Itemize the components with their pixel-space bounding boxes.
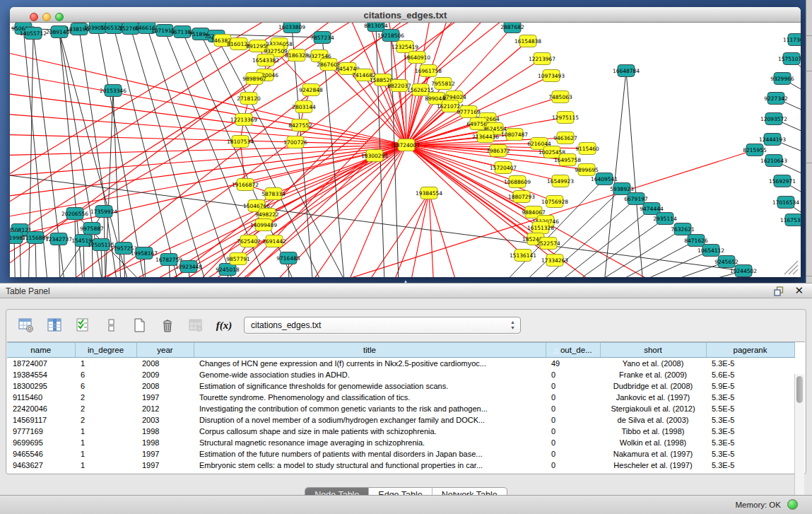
network-node[interactable]: 9857791 bbox=[226, 253, 250, 265]
table-cell[interactable]: 1998 bbox=[136, 426, 194, 437]
network-node[interactable]: 7632621 bbox=[671, 223, 695, 235]
table-cell[interactable]: Investigating the contribution of common… bbox=[194, 403, 546, 414]
table-cell[interactable]: 1 bbox=[75, 437, 136, 448]
table-cell[interactable]: Estimation of the future numbers of pati… bbox=[194, 448, 546, 460]
table-cell[interactable]: 2008 bbox=[136, 380, 194, 392]
table-cell[interactable]: 0 bbox=[546, 403, 600, 414]
table-row[interactable]: 2242004622012Investigating the contribut… bbox=[7, 403, 794, 414]
table-cell[interactable]: 5.3E-5 bbox=[706, 426, 794, 437]
table-cell[interactable]: 1 bbox=[75, 460, 136, 471]
network-node[interactable]: 9329966 bbox=[770, 73, 794, 85]
network-node[interactable]: 1691442 bbox=[262, 235, 286, 247]
network-node[interactable]: 9227342 bbox=[764, 93, 788, 105]
table-cell[interactable]: 1997 bbox=[136, 460, 194, 471]
table-cell[interactable]: Jankovic et al. (1997) bbox=[600, 392, 706, 403]
delete-table-icon[interactable] bbox=[159, 317, 176, 334]
table-cell[interactable]: Franke et al. (2009) bbox=[600, 369, 706, 380]
select-rows-icon[interactable] bbox=[74, 317, 91, 334]
table-cell[interactable]: 5.3E-5 bbox=[706, 460, 794, 471]
table-cell[interactable]: 5.3E-5 bbox=[706, 392, 794, 403]
table-cell[interactable]: 5.3E-5 bbox=[706, 414, 794, 426]
network-node[interactable]: 9898967 bbox=[242, 73, 266, 85]
table-cell[interactable]: 6 bbox=[75, 369, 136, 380]
float-panel-icon[interactable] bbox=[774, 286, 784, 296]
network-node[interactable]: 7955812 bbox=[431, 78, 455, 90]
network-node[interactable]: 5878334 bbox=[261, 188, 286, 200]
table-row[interactable]: 1830029562008Estimation of significance … bbox=[7, 380, 794, 392]
table-cell[interactable]: Estimation of significance thresholds fo… bbox=[194, 380, 546, 392]
network-node[interactable]: 9899695 bbox=[575, 164, 599, 176]
table-cell[interactable]: 0 bbox=[546, 426, 600, 437]
column-header-in_degree[interactable]: in_degree bbox=[75, 343, 136, 358]
table-cell[interactable]: 2 bbox=[75, 414, 136, 426]
network-node[interactable]: 9245018 bbox=[216, 264, 240, 276]
table-row[interactable]: 1456911722003Disruption of a novel membe… bbox=[7, 414, 794, 426]
network-node[interactable]: 9245652 bbox=[714, 256, 739, 268]
column-header-out_de[interactable]: △out_de... bbox=[546, 343, 600, 358]
network-node[interactable]: 9242848 bbox=[299, 84, 323, 96]
column-header-year[interactable]: year bbox=[136, 343, 194, 358]
table-cell[interactable]: Structural magnetic resonance image aver… bbox=[194, 437, 546, 448]
table-cell[interactable]: Yano et al. (2008) bbox=[600, 358, 706, 369]
table-row[interactable]: 946554611997Estimation of the future num… bbox=[7, 448, 794, 460]
table-cell[interactable]: 18300295 bbox=[7, 380, 75, 392]
table-cell[interactable]: 1 bbox=[75, 448, 136, 460]
column-header-title[interactable]: title bbox=[194, 343, 546, 358]
network-node[interactable]: 2935114 bbox=[653, 213, 677, 225]
table-cell[interactable]: 2 bbox=[75, 392, 136, 403]
table-cell[interactable]: 0 bbox=[546, 460, 600, 471]
table-cell[interactable]: 1997 bbox=[136, 392, 194, 403]
table-cell[interactable]: Wolkin et al. (1998) bbox=[600, 437, 706, 448]
network-node[interactable]: 1700726 bbox=[283, 136, 307, 148]
network-node[interactable]: 8215955 bbox=[743, 144, 767, 156]
table-cell[interactable]: 49 bbox=[546, 358, 600, 369]
table-cell[interactable]: Dudbridge et al. (2008) bbox=[600, 380, 706, 392]
table-cell[interactable]: 9463627 bbox=[7, 460, 75, 471]
table-scrollbar[interactable] bbox=[794, 374, 804, 505]
table-row[interactable]: 946362711997Embryonic stem cells: a mode… bbox=[7, 460, 794, 471]
scrollbar-thumb[interactable] bbox=[796, 376, 803, 403]
table-cell[interactable]: Hescheler et al. (1997) bbox=[600, 460, 706, 471]
new-table-icon[interactable] bbox=[131, 317, 148, 334]
network-node[interactable]: 8186328 bbox=[285, 49, 309, 62]
network-node[interactable]: 2803144 bbox=[292, 101, 316, 113]
column-header-short[interactable]: short bbox=[600, 343, 706, 358]
table-cell[interactable]: 0 bbox=[546, 414, 600, 426]
table-cell[interactable]: Disruption of a novel member of a sodium… bbox=[194, 414, 546, 426]
table-cell[interactable]: 9777169 bbox=[7, 426, 75, 437]
table-cell[interactable]: 5.3E-5 bbox=[706, 358, 794, 369]
table-cell[interactable]: 5.3E-5 bbox=[706, 437, 794, 448]
table-cell[interactable]: 19384554 bbox=[7, 369, 75, 380]
table-settings-icon[interactable] bbox=[18, 317, 35, 334]
network-node[interactable]: 2718120 bbox=[237, 93, 261, 105]
network-node[interactable]: 8822037 bbox=[387, 80, 411, 92]
table-cell[interactable]: 6 bbox=[75, 380, 136, 392]
table-cell[interactable]: Corpus callosum shape and size in male p… bbox=[194, 426, 546, 437]
network-node[interactable]: 9463627 bbox=[553, 132, 577, 144]
table-cell[interactable]: 1 bbox=[75, 358, 136, 369]
table-row[interactable]: 977716911998Corpus callosum shape and si… bbox=[7, 426, 794, 437]
table-cell[interactable]: Genome-wide association studies in ADHD. bbox=[194, 369, 546, 380]
network-node[interactable]: 7625402 bbox=[237, 235, 261, 247]
network-node[interactable]: 2522574 bbox=[536, 238, 560, 250]
table-select-dropdown[interactable]: citations_edges.txt▲▼ bbox=[244, 317, 521, 334]
network-node[interactable]: 2887682 bbox=[500, 21, 524, 33]
table-cell[interactable]: 0 bbox=[546, 392, 600, 403]
table-cell[interactable]: Tourette syndrome. Phenomenology and cla… bbox=[194, 392, 546, 403]
table-cell[interactable]: 9465546 bbox=[7, 448, 75, 460]
table-cell[interactable]: 1997 bbox=[136, 448, 194, 460]
column-header-name[interactable]: name bbox=[7, 343, 75, 358]
table-cell[interactable]: Nakamura et al. (1997) bbox=[600, 448, 706, 460]
table-cell[interactable]: 2008 bbox=[136, 358, 194, 369]
table-cell[interactable]: 9699695 bbox=[7, 437, 75, 448]
function-builder-icon[interactable]: f(x) bbox=[216, 317, 233, 334]
table-cell[interactable]: 2012 bbox=[136, 403, 194, 414]
table-cell[interactable]: 0 bbox=[546, 369, 600, 380]
table-cell[interactable]: 5.9E-5 bbox=[706, 380, 794, 392]
network-node[interactable]: 9498222 bbox=[255, 209, 279, 221]
table-cell[interactable]: 0 bbox=[546, 380, 600, 392]
table-cell[interactable]: Stergiakouli et al. (2012) bbox=[600, 403, 706, 414]
network-canvas[interactable]: 9506802140557122089140618381903103905291… bbox=[0, 0, 812, 283]
column-header-pagerank[interactable]: pagerank bbox=[706, 343, 794, 358]
network-node[interactable]: 9115460 bbox=[575, 143, 599, 155]
